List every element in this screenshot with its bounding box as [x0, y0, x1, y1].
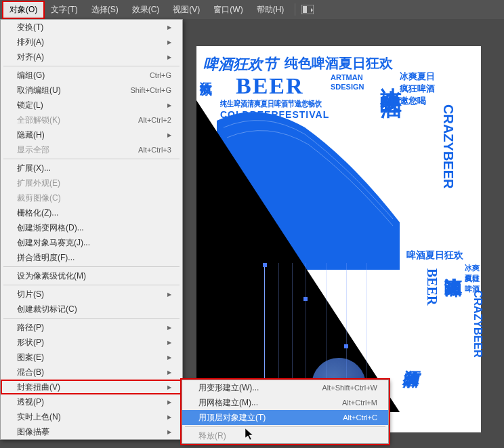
submenu-item[interactable]: 用网格建立(M)...Alt+Ctrl+M — [182, 395, 388, 410]
menu-item: 全部解锁(K)Alt+Ctrl+2 — [1, 113, 182, 127]
art-dup-v2: CRAZYBEER — [471, 290, 484, 358]
menu-separator — [3, 66, 180, 66]
menu-separator — [3, 318, 180, 319]
menu-item: 扩展外观(E) — [1, 176, 182, 190]
envelope-distort-submenu: 用变形建立(W)...Alt+Shift+Ctrl+W用网格建立(M)...Al… — [182, 380, 389, 444]
menu-item[interactable]: 混合(B)▶ — [1, 365, 182, 380]
menu-item[interactable]: 图案(E)▶ — [1, 350, 182, 365]
menubar-separator — [295, 3, 295, 16]
menu-item[interactable]: 切片(S)▶ — [1, 287, 182, 302]
art-sm1: ARTMAN — [331, 73, 363, 81]
menu-item[interactable]: 隐藏(H)▶ — [1, 127, 182, 142]
art-dup-beer: BEER — [424, 268, 440, 305]
object-menu: 变换(T)▶排列(A)▶对齐(A)▶编组(G)Ctrl+G取消编组(U)Shif… — [0, 19, 183, 440]
art-dup-sub: 啤酒夏日狂欢 — [406, 249, 463, 262]
menu-item[interactable]: 扩展(X)... — [1, 161, 182, 176]
menu-item: 显示全部Alt+Ctrl+3 — [1, 142, 182, 157]
menu-object[interactable]: 对象(O) — [3, 1, 44, 18]
menu-select[interactable]: 选择(S) — [85, 1, 125, 18]
menu-item[interactable]: 创建对象马赛克(J)... — [1, 235, 182, 250]
menu-item: 裁剪图像(C) — [1, 190, 182, 205]
svg-rect-1 — [303, 6, 307, 13]
menu-separator — [3, 266, 180, 267]
menu-item[interactable]: 创建渐变网格(D)... — [1, 220, 182, 235]
menu-separator — [3, 285, 180, 285]
menu-item[interactable]: 形状(P)▶ — [1, 335, 182, 350]
artboard: 啤酒狂欢节 纯色啤酒夏日狂欢 疯凉狂 BEER ARTMAN SDESIGN 纯… — [196, 46, 481, 432]
submenu-item: 释放(R) — [182, 428, 388, 443]
menu-item[interactable]: 封套扭曲(V)▶ — [1, 380, 182, 394]
menu-help[interactable]: 帮助(H) — [250, 1, 291, 18]
menu-effect[interactable]: 效果(C) — [125, 1, 167, 18]
menu-item[interactable]: 创建裁切标记(C) — [1, 302, 182, 317]
menu-item[interactable]: 图像描摹▶ — [1, 424, 182, 439]
submenu-item[interactable]: 用顶层对象建立(T)Alt+Ctrl+C — [182, 410, 388, 425]
cursor-icon — [245, 428, 256, 445]
art-subtitle: 纯色啤酒夏日狂欢 — [285, 54, 393, 73]
art-side3: 邀您喝 — [400, 95, 426, 107]
menu-item[interactable]: 路径(P)▶ — [1, 320, 182, 335]
art-beer: BEER — [236, 73, 304, 99]
menu-item[interactable]: 实时上色(N)▶ — [1, 409, 182, 424]
art-sm2: SDESIGN — [331, 83, 364, 91]
menu-item[interactable]: 设为像素级优化(M) — [1, 268, 182, 283]
menu-view[interactable]: 视图(V) — [166, 1, 207, 18]
menu-item[interactable]: 透视(P)▶ — [1, 394, 182, 409]
menubar: 对象(O) 文字(T) 选择(S) 效果(C) 视图(V) 窗口(W) 帮助(H… — [0, 0, 504, 19]
art-title: 啤酒狂欢节 — [203, 54, 278, 75]
menu-item[interactable]: 编组(G)Ctrl+G — [1, 68, 182, 83]
submenu-item[interactable]: 用变形建立(W)...Alt+Shift+Ctrl+W — [182, 380, 388, 395]
menu-item[interactable]: 取消编组(U)Shift+Ctrl+G — [1, 83, 182, 98]
menu-window[interactable]: 窗口(W) — [207, 1, 249, 18]
menu-item[interactable]: 变换(T)▶ — [1, 20, 182, 35]
menu-item[interactable]: 排列(A)▶ — [1, 35, 182, 49]
art-v1: 冰爽啤酒 — [376, 70, 406, 81]
menu-separator — [3, 159, 180, 159]
art-side2: 疯狂啤酒 — [400, 83, 435, 95]
menu-item[interactable]: 栅格化(Z)... — [1, 205, 182, 220]
arrange-docs-icon[interactable] — [299, 3, 316, 16]
menu-item[interactable]: 对齐(A)▶ — [1, 49, 182, 64]
art-v2: CRAZYBEER — [440, 104, 456, 188]
menu-type[interactable]: 文字(T) — [44, 1, 84, 18]
menu-item[interactable]: 锁定(L)▶ — [1, 98, 182, 113]
menu-item[interactable]: 拼合透明度(F)... — [1, 250, 182, 265]
